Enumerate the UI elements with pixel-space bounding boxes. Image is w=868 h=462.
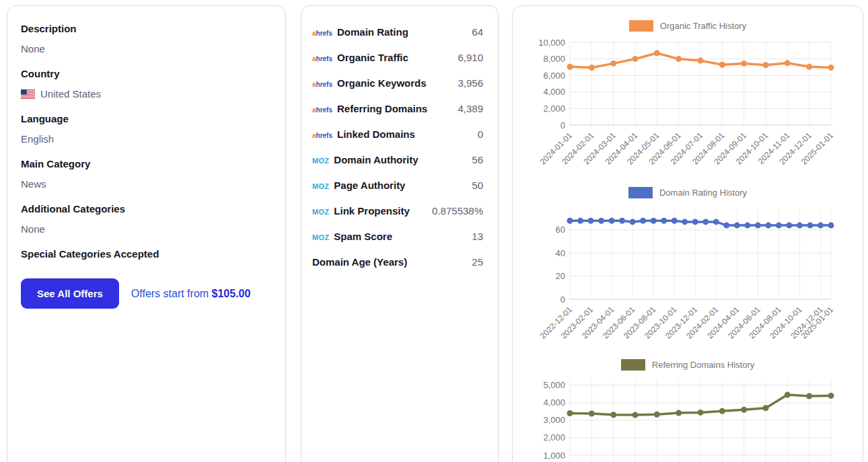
domain-info-panel: DescriptionNoneCountryUnited StatesLangu… — [7, 5, 286, 462]
metric-row: Domain Age (Years)25 — [312, 249, 483, 274]
domain-info-fields: DescriptionNoneCountryUnited StatesLangu… — [21, 22, 272, 261]
moz-logo-icon: MOZ — [312, 157, 329, 165]
field-label: Country — [21, 67, 272, 81]
domain-detail-page: DescriptionNoneCountryUnited StatesLangu… — [0, 0, 868, 462]
metric-value: 56 — [472, 154, 483, 165]
field-value: None — [21, 223, 272, 236]
us-flag-icon — [21, 89, 35, 99]
legend-swatch-icon — [629, 20, 653, 32]
metric-row: MOZSpam Score13 — [312, 223, 483, 249]
legend-label: Referring Domains History — [652, 360, 754, 370]
metric-row: ahrefsReferring Domains4,389 — [312, 95, 483, 121]
organic-traffic-history-block: Organic Traffic History02,0004,0006,0008… — [513, 20, 863, 174]
domain-rating-history-block: Domain Rating History02040602022-12-0120… — [513, 186, 863, 346]
metric-label: Linked Domains — [337, 128, 415, 140]
ahrefs-logo-icon: ahrefs — [312, 55, 332, 63]
field-label: Special Categories Accepted — [21, 247, 272, 261]
metric-value: 13 — [472, 231, 483, 242]
field-value: United States — [21, 87, 272, 101]
referring-domains-history-chart: 01,0002,0003,0004,0005,0002024-01-012024… — [513, 375, 859, 462]
field-value: English — [21, 132, 272, 146]
field-label: Description — [21, 22, 272, 36]
svg-text:2,000: 2,000 — [543, 432, 565, 442]
offers-start-label: Offers start from — [131, 288, 209, 299]
svg-text:40: 40 — [556, 248, 565, 258]
legend-swatch-icon — [621, 359, 645, 371]
chart-legend: Referring Domains History — [513, 358, 863, 371]
history-charts-panel: Organic Traffic History02,0004,0006,0008… — [512, 5, 863, 462]
offers-price: $105.00 — [212, 288, 251, 299]
field-label: Language — [21, 112, 272, 126]
svg-text:5,000: 5,000 — [543, 380, 565, 390]
svg-text:4,000: 4,000 — [543, 87, 565, 97]
legend-swatch-icon — [628, 187, 653, 198]
offers-row: See All Offers Offers start from $105.00 — [21, 278, 272, 309]
domain-rating-history-chart: 02040602022-12-012023-02-012023-04-01202… — [513, 202, 859, 346]
svg-text:60: 60 — [556, 225, 565, 235]
metric-value: 50 — [472, 180, 483, 191]
svg-text:1,000: 1,000 — [543, 451, 565, 461]
svg-text:6,000: 6,000 — [543, 71, 565, 81]
legend-label: Organic Traffic History — [660, 21, 746, 31]
svg-text:20: 20 — [556, 271, 565, 281]
domain-info-field: CountryUnited States — [21, 67, 272, 101]
metric-value: 0 — [478, 128, 483, 140]
domain-info-field: DescriptionNone — [21, 22, 272, 56]
metric-label: Link Propensity — [334, 205, 410, 217]
metric-value: 25 — [472, 256, 483, 268]
organic-traffic-history-chart: 02,0004,0006,0008,00010,0002024-01-01202… — [513, 36, 859, 174]
metric-value: 3,956 — [458, 77, 483, 89]
ahrefs-logo-icon: ahrefs — [312, 30, 332, 37]
moz-logo-icon: MOZ — [312, 233, 329, 241]
seo-metrics-panel: ahrefsDomain Rating64ahrefsOrganic Traff… — [301, 5, 499, 462]
field-value: News — [21, 178, 272, 191]
offers-start-text: Offers start from $105.00 — [131, 288, 251, 300]
metric-label: Domain Authority — [334, 154, 418, 165]
metric-row: ahrefsDomain Rating64 — [312, 19, 483, 44]
see-all-offers-button[interactable]: See All Offers — [21, 278, 119, 309]
svg-text:3,000: 3,000 — [543, 415, 565, 425]
seo-metrics-list: ahrefsDomain Rating64ahrefsOrganic Traff… — [312, 19, 483, 274]
svg-text:4,000: 4,000 — [543, 397, 565, 408]
metric-label: Spam Score — [334, 231, 392, 242]
field-label: Main Category — [21, 157, 272, 171]
field-value: None — [21, 42, 272, 56]
legend-label: Domain Rating History — [659, 188, 747, 198]
svg-text:2,000: 2,000 — [543, 104, 565, 114]
metric-label: Domain Rating — [337, 26, 408, 38]
metric-row: ahrefsLinked Domains0 — [312, 121, 483, 147]
domain-info-field: Special Categories Accepted — [21, 247, 272, 261]
metric-label: Referring Domains — [337, 103, 427, 114]
chart-legend: Domain Rating History — [513, 186, 863, 198]
svg-text:10,000: 10,000 — [538, 38, 565, 48]
ahrefs-logo-icon: ahrefs — [312, 132, 332, 139]
metric-value: 64 — [472, 26, 483, 38]
referring-domains-history-block: Referring Domains History01,0002,0003,00… — [513, 358, 863, 462]
chart-legend: Organic Traffic History — [513, 20, 863, 32]
metric-label: Organic Traffic — [337, 52, 408, 63]
metric-label: Organic Keywords — [337, 77, 427, 89]
ahrefs-logo-icon: ahrefs — [312, 106, 332, 114]
metric-row: MOZPage Authority50 — [312, 172, 483, 198]
metric-value: 6,910 — [458, 52, 483, 63]
metric-row: ahrefsOrganic Keywords3,956 — [312, 70, 483, 95]
ahrefs-logo-icon: ahrefs — [312, 81, 332, 88]
metric-label: Page Authority — [334, 180, 405, 191]
metric-row: MOZLink Propensity0.875538% — [312, 198, 483, 223]
svg-text:8,000: 8,000 — [543, 54, 565, 64]
domain-info-field: Main CategoryNews — [21, 157, 272, 191]
field-label: Additional Categories — [21, 202, 272, 216]
domain-info-field: LanguageEnglish — [21, 112, 272, 146]
metric-row: MOZDomain Authority56 — [312, 147, 483, 172]
svg-text:0: 0 — [560, 295, 565, 305]
metric-value: 4,389 — [458, 103, 483, 114]
metric-label: Domain Age (Years) — [312, 256, 407, 268]
domain-info-field: Additional CategoriesNone — [21, 202, 272, 236]
metric-value: 0.875538% — [432, 205, 483, 217]
moz-logo-icon: MOZ — [312, 182, 329, 190]
metric-row: ahrefsOrganic Traffic6,910 — [312, 44, 483, 70]
svg-text:0: 0 — [560, 120, 565, 130]
moz-logo-icon: MOZ — [312, 208, 329, 216]
